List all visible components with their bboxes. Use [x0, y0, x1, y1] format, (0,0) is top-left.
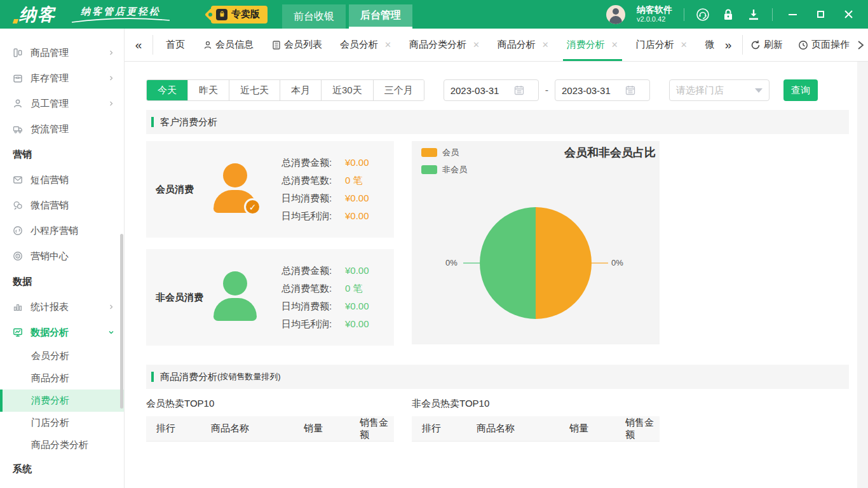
tab-item[interactable]: 首页 — [157, 29, 194, 61]
tab-item[interactable]: 会员信息 — [194, 29, 262, 61]
calendar-icon[interactable] — [625, 85, 635, 95]
header-right: 纳客软件 v2.0.0.42 — [606, 0, 868, 29]
sidebar-item[interactable]: 营销中心 — [0, 243, 124, 269]
date-range-separator: - — [545, 85, 548, 96]
tab-item[interactable]: 微信营销 — [696, 29, 714, 61]
sidebar-item[interactable]: 小程序营销 — [0, 218, 124, 243]
legend-item[interactable]: 非会员 — [421, 164, 467, 175]
top10-panel: 会员热卖TOP10排行商品名称销量销售金额 — [146, 393, 394, 442]
stat-row: 日均消费额:¥0.00 — [281, 193, 369, 205]
user-icon — [203, 40, 213, 50]
section-customer-analysis: 客户消费分析 — [146, 110, 849, 134]
tab-close-icon[interactable]: ✕ — [681, 40, 688, 50]
date-range-button[interactable]: 近30天 — [321, 80, 373, 100]
sidebar-item[interactable]: 会员管理 — [0, 29, 124, 35]
date-range-button[interactable]: 三个月 — [373, 80, 424, 100]
inventory-icon — [13, 73, 23, 83]
front-cashier-button[interactable]: 前台收银 — [282, 4, 346, 29]
logistics-icon — [13, 124, 23, 134]
sidebar-item[interactable]: 数据分析 — [0, 320, 124, 345]
app-header: 纳客 纳客管店更轻松 专卖版 前台收银 后台管理 纳客软件 v2.0.0.42 — [0, 0, 868, 29]
lock-icon[interactable] — [721, 8, 735, 22]
tab-close-icon[interactable]: ✕ — [611, 40, 618, 50]
sidebar-subitem[interactable]: 商品分类分析 — [0, 434, 124, 456]
date-range-button[interactable]: 近七天 — [229, 80, 280, 100]
pie-chart[interactable] — [480, 207, 592, 319]
section-goods-analysis: 商品消费分析 (按销售数量排列) — [146, 365, 849, 389]
sidebar-scrollbar[interactable] — [120, 234, 123, 409]
badge-dot — [208, 13, 212, 17]
brand-tagline: 纳客管店更轻松 — [70, 6, 172, 24]
tab-item[interactable]: 会员列表 — [262, 29, 331, 61]
content-scrollbar[interactable] — [857, 62, 868, 488]
tab-close-icon[interactable]: ✕ — [542, 40, 549, 50]
tabbar: « 首页会员信息会员列表会员分析✕商品分类分析✕商品分析✕消费分析✕门店分析✕微… — [125, 29, 868, 62]
consumption-card: 会员消费✓总消费金额:¥0.00总消费笔数:0 笔日均消费额:¥0.00日均毛利… — [146, 141, 394, 238]
chevron-right-icon — [107, 73, 115, 84]
download-icon[interactable] — [747, 8, 761, 22]
legend-swatch — [421, 165, 437, 174]
sidebar-section-label: 营销 — [0, 142, 124, 167]
minimize-button[interactable] — [784, 6, 801, 23]
sidebar-subitem[interactable]: 会员分析 — [0, 345, 124, 367]
sidebar-item-label: 营销中心 — [31, 250, 69, 262]
tabs-collapse-right[interactable]: » — [714, 29, 742, 61]
sidebar-item[interactable]: 微信营销 — [0, 193, 124, 218]
tab-label: 会员分析 — [340, 39, 378, 51]
query-button[interactable]: 查询 — [783, 79, 818, 101]
tab-item[interactable]: 门店分析✕ — [627, 29, 696, 61]
sidebar-item[interactable]: 统计报表 — [0, 294, 124, 320]
tab-item[interactable]: 会员分析✕ — [331, 29, 400, 61]
maximize-button[interactable] — [812, 6, 829, 23]
tab-item[interactable]: 商品分类分析✕ — [400, 29, 489, 61]
tab-ops-more-icon[interactable] — [857, 40, 864, 50]
calendar-icon[interactable] — [514, 85, 524, 95]
date-range-button[interactable]: 本月 — [280, 80, 321, 100]
sidebar-subitem[interactable]: 消费分析 — [0, 390, 124, 412]
section-accent-bar — [151, 372, 154, 382]
store-select-placeholder: 请选择门店 — [676, 85, 724, 97]
stat-value: ¥0.00 — [345, 301, 369, 313]
tabs-collapse-left[interactable]: « — [125, 29, 153, 61]
avatar[interactable] — [606, 5, 625, 24]
table-column-header: 排行 — [412, 423, 466, 435]
filter-bar: 今天昨天近七天本月近30天三个月 - 请选择门店 查询 — [146, 79, 849, 101]
refresh-icon — [750, 40, 761, 50]
date-to-input[interactable] — [562, 85, 625, 96]
date-range-button[interactable]: 昨天 — [187, 80, 229, 100]
date-from-field[interactable] — [444, 79, 539, 101]
stat-label: 总消费笔数: — [281, 175, 342, 187]
app-version: v2.0.0.42 — [637, 15, 672, 24]
sidebar-subitem[interactable]: 商品分析 — [0, 367, 124, 390]
sidebar-subitem[interactable]: 门店分析 — [0, 412, 124, 434]
tab-label: 商品分析 — [498, 39, 536, 51]
sidebar-item[interactable]: 库存管理 — [0, 65, 124, 91]
date-from-input[interactable] — [451, 85, 514, 96]
chevron-down-icon — [107, 327, 115, 338]
close-button[interactable] — [840, 6, 857, 23]
sidebar-item[interactable]: 员工管理 — [0, 91, 124, 116]
support-icon[interactable] — [696, 8, 710, 22]
tab-item[interactable]: 消费分析✕ — [558, 29, 627, 61]
refresh-button[interactable]: 刷新 — [743, 39, 790, 51]
date-range-button[interactable]: 今天 — [147, 80, 187, 100]
date-to-field[interactable] — [555, 79, 650, 101]
stat-row: 日均毛利润:¥0.00 — [281, 210, 369, 222]
legend-item[interactable]: 会员 — [421, 147, 467, 158]
tab-close-icon[interactable]: ✕ — [473, 40, 480, 50]
sidebar-item[interactable]: 商品管理 — [0, 40, 124, 65]
sidebar-item[interactable]: 货流管理 — [0, 116, 124, 142]
chevron-right-icon — [107, 98, 115, 109]
store-select[interactable]: 请选择门店 — [669, 79, 770, 101]
tab-item[interactable]: 商品分析✕ — [489, 29, 558, 61]
app-body: 会员管理商品管理库存管理员工管理货流管理营销短信营销微信营销小程序营销营销中心数… — [0, 29, 868, 488]
page-ops-button[interactable]: 页面操作 — [790, 39, 857, 51]
app-logo: 纳客 — [19, 3, 56, 26]
sidebar-item[interactable]: 短信营销 — [0, 167, 124, 193]
table-column-header: 商品名称 — [201, 423, 294, 435]
person-head — [223, 271, 247, 295]
tab-close-icon[interactable]: ✕ — [384, 40, 391, 50]
backoffice-button[interactable]: 后台管理 — [349, 4, 412, 29]
top10-panel: 非会员热卖TOP10排行商品名称销量销售金额 — [412, 393, 660, 442]
pie-percent-right: 0% — [611, 258, 623, 268]
